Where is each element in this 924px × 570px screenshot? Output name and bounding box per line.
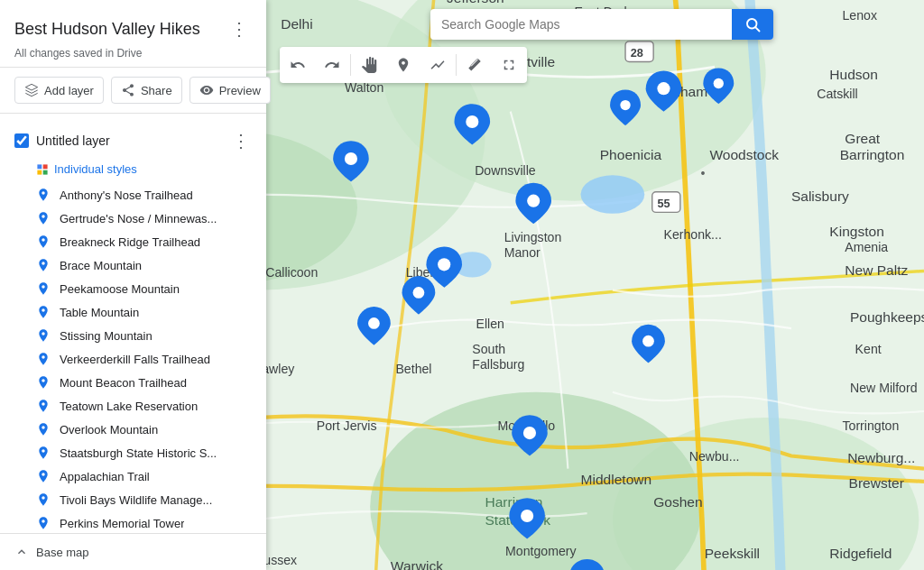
- redo-button[interactable]: [316, 49, 348, 81]
- place-item[interactable]: Appalachian Trail: [0, 464, 266, 488]
- place-item[interactable]: Tivoli Bays Wildlife Manage...: [0, 488, 266, 511]
- svg-text:Downsville: Downsville: [475, 163, 536, 178]
- saved-status: All changes saved in Drive: [14, 47, 252, 60]
- svg-text:Phoenicia: Phoenicia: [600, 147, 662, 162]
- title-row: Best Hudson Valley Hikes ⋮: [14, 14, 252, 43]
- svg-rect-106: [37, 164, 42, 169]
- svg-text:Kerhonk...: Kerhonk...: [663, 227, 721, 242]
- svg-point-97: [438, 258, 450, 271]
- place-name: Brace Mountain: [60, 259, 142, 272]
- svg-text:New Paltz: New Paltz: [845, 262, 908, 278]
- svg-text:Newbu...: Newbu...: [689, 449, 740, 464]
- svg-text:55: 55: [657, 197, 670, 210]
- layer-toggle-checkbox[interactable]: [14, 133, 29, 148]
- search-button[interactable]: [732, 9, 773, 40]
- svg-text:•: •: [700, 166, 705, 180]
- preview-label: Preview: [219, 84, 261, 97]
- svg-line-105: [755, 27, 759, 31]
- share-button[interactable]: Share: [111, 77, 182, 104]
- svg-text:Great: Great: [845, 131, 881, 146]
- place-item[interactable]: Mount Beacon Trailhead: [0, 371, 266, 394]
- fullscreen-button[interactable]: [493, 49, 525, 81]
- place-name: Tivoli Bays Wildlife Manage...: [60, 493, 212, 507]
- place-marker-icon: [36, 211, 51, 225]
- preview-button[interactable]: Preview: [189, 77, 271, 104]
- undo-button[interactable]: [282, 49, 314, 81]
- svg-text:Montgomery: Montgomery: [505, 544, 577, 558]
- layer-title-row: Untitled layer: [14, 133, 110, 148]
- layer-more-icon[interactable]: ⋮: [230, 128, 252, 153]
- preview-icon: [199, 83, 214, 97]
- draw-line-button[interactable]: [421, 49, 454, 81]
- svg-text:Livingston: Livingston: [504, 230, 562, 244]
- place-name: Anthony's Nose Trailhead: [60, 188, 193, 202]
- place-marker-icon: [36, 305, 51, 319]
- place-name: Verkeerderkill Falls Trailhead: [60, 353, 210, 366]
- svg-text:Port Jervis: Port Jervis: [317, 418, 377, 433]
- sidebar-header: Best Hudson Valley Hikes ⋮ All changes s…: [0, 0, 266, 68]
- place-item[interactable]: Table Mountain: [0, 300, 266, 324]
- action-toolbar: Add layer Share Preview: [0, 68, 266, 114]
- place-name: Mount Beacon Trailhead: [60, 376, 187, 390]
- places-list: Anthony's Nose Trailhead Gertrude's Nose…: [0, 183, 266, 533]
- place-item[interactable]: Anthony's Nose Trailhead: [0, 183, 266, 207]
- place-item[interactable]: Brace Mountain: [0, 253, 266, 277]
- place-marker-icon: [36, 446, 51, 460]
- layer-name: Untitled layer: [36, 133, 110, 148]
- svg-point-95: [345, 152, 357, 165]
- place-name: Stissing Mountain: [60, 329, 152, 343]
- svg-text:Peekskill: Peekskill: [705, 546, 760, 561]
- place-item[interactable]: Staatsburgh State Historic S...: [0, 441, 266, 464]
- measure-distance-button[interactable]: [458, 49, 491, 81]
- svg-point-92: [657, 82, 670, 95]
- place-marker-icon: [36, 281, 51, 296]
- place-name: Staatsburgh State Historic S...: [60, 446, 217, 460]
- place-item[interactable]: Stissing Mountain: [0, 324, 266, 347]
- svg-text:Amenia: Amenia: [845, 240, 888, 254]
- place-item[interactable]: Gertrude's Nose / Minnewas...: [0, 207, 266, 230]
- style-flag-icon: [36, 163, 49, 176]
- place-name: Breakneck Ridge Trailhead: [60, 235, 200, 249]
- individual-styles-row[interactable]: Individual styles: [0, 161, 266, 183]
- search-input[interactable]: [430, 10, 732, 39]
- place-name: Peekamoose Mountain: [60, 282, 180, 296]
- chevron-right-icon: [14, 545, 29, 559]
- add-marker-button[interactable]: [387, 49, 420, 81]
- place-marker-icon: [36, 399, 51, 413]
- pan-icon: [361, 57, 377, 73]
- redo-icon: [324, 57, 340, 73]
- place-marker-icon: [36, 492, 51, 507]
- place-name: Teatown Lake Reservation: [60, 400, 198, 413]
- svg-text:Ellen: Ellen: [476, 317, 504, 331]
- pan-button[interactable]: [353, 49, 385, 81]
- svg-text:28: 28: [631, 46, 643, 60]
- search-box[interactable]: [430, 9, 773, 40]
- place-item[interactable]: Breakneck Ridge Trailhead: [0, 230, 266, 253]
- place-item[interactable]: Perkins Memorial Tower: [0, 511, 266, 533]
- svg-text:Brewster: Brewster: [849, 475, 904, 491]
- svg-text:Kingston: Kingston: [829, 224, 884, 239]
- place-marker-icon: [36, 469, 51, 483]
- svg-text:Manor: Manor: [504, 245, 541, 260]
- place-marker-icon: [36, 234, 51, 249]
- place-marker-icon: [36, 375, 51, 390]
- place-item[interactable]: Overlook Mountain: [0, 418, 266, 441]
- svg-point-101: [523, 427, 536, 439]
- svg-point-91: [466, 115, 478, 128]
- svg-text:Middletown: Middletown: [581, 472, 652, 487]
- place-item[interactable]: Peekamoose Mountain: [0, 277, 266, 300]
- ruler-icon: [467, 57, 483, 73]
- add-layer-button[interactable]: Add layer: [14, 77, 104, 104]
- place-item[interactable]: Verkeerderkill Falls Trailhead: [0, 347, 266, 371]
- more-options-icon[interactable]: ⋮: [226, 14, 252, 43]
- svg-point-98: [413, 287, 425, 299]
- place-name: Appalachian Trail: [60, 470, 150, 483]
- place-item[interactable]: Teatown Lake Reservation: [0, 394, 266, 418]
- marker-icon: [395, 57, 411, 73]
- place-marker-icon: [36, 516, 51, 530]
- svg-text:South: South: [472, 342, 505, 356]
- svg-rect-108: [37, 170, 42, 174]
- add-layer-icon: [24, 83, 39, 97]
- svg-text:Callicoon: Callicoon: [265, 266, 318, 280]
- base-map-section[interactable]: Base map: [0, 533, 266, 570]
